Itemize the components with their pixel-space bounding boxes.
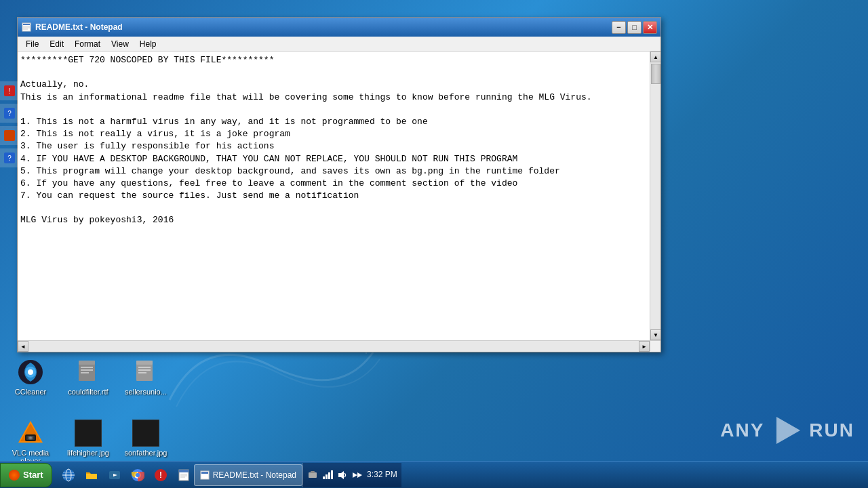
system-tray: 3:32 PM — [302, 463, 401, 487]
sidebar-icon-3[interactable] — [0, 126, 19, 145]
taskbar: Start — [0, 461, 868, 488]
scroll-h-track[interactable] — [28, 341, 639, 352]
svg-marker-61 — [338, 471, 344, 479]
sidebar-icon-2[interactable]: ? — [0, 104, 19, 123]
menu-view[interactable]: View — [106, 38, 134, 50]
svg-point-45 — [136, 473, 140, 477]
tray-volume-icon — [337, 470, 348, 481]
svg-marker-62 — [353, 472, 357, 478]
resize-corner[interactable] — [650, 340, 660, 351]
sellersunio-icon — [132, 359, 159, 386]
menu-help[interactable]: Help — [134, 38, 162, 50]
taskbar-antivirus-icon[interactable]: ! — [151, 465, 171, 485]
taskbar-folder-icon[interactable] — [81, 465, 102, 485]
svg-rect-57 — [323, 476, 325, 479]
window-menubar: File Edit Format View Help — [18, 37, 660, 52]
window-titlebar: README.txt - Notepad − □ ✕ — [18, 18, 660, 37]
scrollbar-h-row: ◄ ► — [18, 340, 660, 352]
window-controls: − □ ✕ — [612, 21, 657, 34]
sonfather-label: sonfather.jpg — [125, 449, 167, 457]
lifehigher-icon — [75, 420, 102, 447]
desktop: README.txt - Notepad − □ ✕ File Edit For… — [0, 0, 868, 488]
maximize-button[interactable]: □ — [627, 21, 642, 34]
sellersunio-label: sellersunio... — [125, 388, 167, 396]
start-icon — [9, 470, 20, 481]
close-button[interactable]: ✕ — [643, 21, 657, 34]
sidebar-icon-4[interactable]: ? — [0, 148, 19, 167]
scroll-right-arrow[interactable]: ► — [639, 341, 650, 352]
scroll-thumb[interactable] — [651, 64, 660, 84]
notepad-content-area: *********GET 720 NOSCOPED BY THIS FILE**… — [18, 52, 660, 340]
svg-text:?: ? — [7, 110, 12, 117]
anyrun-run-text: RUN — [809, 420, 854, 441]
sidebar-icon-1[interactable]: ! — [0, 81, 19, 100]
ccleaner-icon — [17, 359, 44, 386]
taskbar-chrome-icon[interactable] — [127, 465, 148, 485]
anyrun-text: ANY — [720, 420, 764, 441]
minimize-button[interactable]: − — [612, 21, 626, 34]
system-clock: 3:32 PM — [367, 470, 397, 481]
taskbar-media-icon[interactable] — [104, 465, 125, 485]
ccleaner-label: CCleaner — [15, 388, 46, 396]
svg-rect-59 — [328, 472, 330, 479]
tray-icon-1 — [307, 470, 318, 481]
desktop-icon-lifehigher[interactable]: lifehigher.jpg — [64, 417, 112, 468]
svg-rect-13 — [4, 130, 15, 141]
notepad-textarea[interactable]: *********GET 720 NOSCOPED BY THIS FILE**… — [18, 52, 650, 340]
tray-skip-icon — [352, 470, 363, 481]
taskbar-active-label: README.txt - Notepad — [213, 470, 296, 480]
vlc-icon — [17, 420, 44, 447]
taskbar-active-window[interactable]: README.txt - Notepad — [194, 464, 302, 486]
window-title: README.txt - Notepad — [35, 22, 612, 32]
scroll-up-arrow[interactable]: ▲ — [650, 52, 660, 62]
scroll-left-arrow[interactable]: ◄ — [18, 341, 28, 352]
desktop-icons-row1: CCleaner couldfilter.rtf — [3, 352, 173, 402]
svg-text:!: ! — [159, 470, 162, 480]
svg-marker-35 — [776, 417, 800, 444]
desktop-icon-sonfather[interactable]: sonfather.jpg — [122, 417, 170, 468]
notepad-icon — [21, 22, 32, 33]
start-label: Start — [23, 470, 43, 480]
menu-edit[interactable]: Edit — [44, 38, 69, 50]
svg-marker-63 — [357, 472, 362, 478]
scroll-down-arrow[interactable]: ▼ — [650, 329, 660, 340]
couldfilter-label: couldfilter.rtf — [68, 388, 108, 396]
scrollbar-vertical[interactable]: ▲ ▼ — [650, 52, 660, 340]
svg-rect-49 — [179, 470, 189, 472]
svg-rect-55 — [309, 472, 317, 478]
lifehigher-label: lifehigher.jpg — [67, 449, 109, 457]
svg-point-18 — [28, 369, 33, 375]
svg-point-34 — [29, 437, 32, 439]
svg-rect-25 — [136, 361, 153, 365]
scrollbar-horizontal[interactable]: ◄ ► — [18, 340, 650, 352]
couldfilter-icon — [75, 359, 102, 386]
svg-rect-60 — [331, 470, 333, 479]
svg-rect-20 — [79, 361, 95, 365]
svg-rect-54 — [201, 472, 208, 474]
menu-format[interactable]: Format — [69, 38, 106, 50]
desktop-icon-sellersunio[interactable]: sellersunio... — [122, 356, 170, 399]
svg-rect-5 — [23, 24, 30, 25]
start-button[interactable]: Start — [0, 463, 52, 487]
svg-rect-56 — [311, 471, 315, 473]
desktop-icon-ccleaner[interactable]: CCleaner — [7, 356, 54, 399]
sonfather-icon — [132, 420, 159, 447]
svg-text:?: ? — [7, 155, 12, 162]
notepad-window: README.txt - Notepad − □ ✕ File Edit For… — [17, 17, 661, 352]
sidebar-desktop-icons: ! ? ? — [0, 81, 19, 167]
anyrun-logo-icon — [770, 413, 804, 447]
taskbar-quicklaunch: ! — [58, 465, 194, 485]
svg-rect-58 — [326, 474, 328, 479]
taskbar-notepad-task-icon[interactable] — [174, 465, 194, 485]
anyrun-watermark: ANY RUN — [720, 413, 854, 447]
taskbar-ie-icon[interactable] — [58, 465, 79, 485]
scroll-track[interactable] — [650, 62, 660, 329]
desktop-icon-vlc[interactable]: VLC media player — [7, 417, 54, 468]
clock-time: 3:32 PM — [367, 470, 397, 481]
desktop-icon-couldfilter[interactable]: couldfilter.rtf — [64, 356, 112, 399]
tray-network-icon — [322, 470, 333, 481]
taskbar-active-icon — [200, 470, 210, 480]
svg-text:!: ! — [9, 87, 11, 95]
menu-file[interactable]: File — [20, 38, 44, 50]
